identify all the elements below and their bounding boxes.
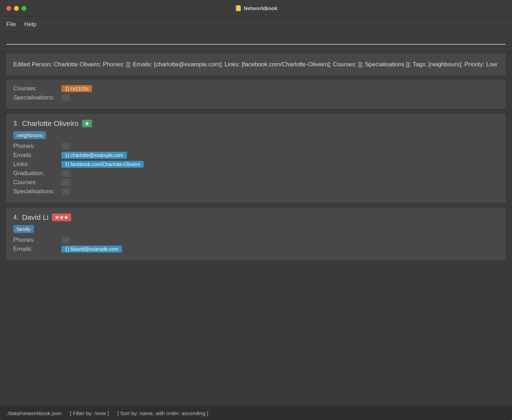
status-bar: ./data/networkbook.json [ Filter by: non…	[0, 406, 512, 420]
email-badge-3-1[interactable]: 1) charlotte@example.com	[61, 152, 127, 159]
person-card-3: 3. Charlotte Oliveiro ★ neighbours Phone…	[6, 114, 506, 203]
courses-row: Courses: 1) cs1101s	[13, 85, 499, 92]
specialisations-value-3: -	[61, 188, 70, 195]
partial-top-card: Courses: 1) cs1101s Specialisations: -	[6, 80, 506, 109]
person-header-3: 3. Charlotte Oliveiro ★	[13, 119, 499, 128]
courses-badge[interactable]: 1) cs1101s	[61, 85, 92, 92]
person-number-3: 3.	[13, 120, 18, 127]
tag-row-4: family	[13, 225, 499, 233]
phones-row-3: Phones: -	[13, 143, 499, 150]
specialisations-row-3: Specialisations: -	[13, 188, 499, 195]
status-file: ./data/networkbook.json	[6, 410, 61, 416]
emails-row-3: Emails: 1) charlotte@example.com	[13, 152, 499, 159]
person-header-4: 4. David Li ★★★	[13, 213, 499, 222]
priority-badge-4: ★★★	[52, 213, 71, 221]
phones-value-4: -	[61, 237, 70, 243]
status-filter: [ Filter by: none ]	[70, 410, 109, 416]
courses-value-3: -	[61, 179, 70, 186]
search-bar	[0, 32, 512, 49]
person-name-4: David Li	[22, 213, 48, 222]
app-icon: 📒	[235, 5, 242, 12]
tag-neighbours[interactable]: neighbours	[13, 131, 46, 139]
minimize-button[interactable]	[14, 6, 19, 11]
phones-value-3: -	[61, 143, 70, 150]
graduation-value-3: -	[61, 170, 70, 177]
title-bar: 📒 NetworkBook	[0, 0, 512, 17]
menu-bar: File Help	[0, 17, 512, 32]
result-box: Edited Person: Charlotte Oliveiro; Phone…	[6, 53, 506, 75]
emails-row-4: Emails: 1) lidavid@example.com	[13, 246, 499, 253]
maximize-button[interactable]	[22, 6, 27, 11]
links-row-3: Links: 1) facebook.com/Charlotte-Oliveir…	[13, 161, 499, 168]
person-name-3: Charlotte Oliveiro	[22, 119, 78, 128]
graduation-row-3: Graduation: -	[13, 170, 499, 177]
tag-row-3: neighbours	[13, 131, 499, 139]
courses-row-3: Courses: -	[13, 179, 499, 186]
phones-row-4: Phones: -	[13, 237, 499, 243]
close-button[interactable]	[6, 6, 11, 11]
window-controls	[6, 6, 27, 11]
specialisations-value: -	[61, 94, 70, 101]
specialisations-row: Specialisations: -	[13, 94, 499, 101]
search-input[interactable]	[6, 36, 506, 43]
menu-file[interactable]: File	[6, 21, 16, 28]
link-badge-3-1[interactable]: 1) facebook.com/Charlotte-Oliveiro	[61, 161, 144, 168]
search-input-wrapper	[6, 36, 506, 45]
person-card-4: 4. David Li ★★★ family Phones: - Emails:…	[6, 208, 506, 260]
menu-help[interactable]: Help	[24, 21, 36, 28]
priority-badge-3: ★	[82, 120, 92, 127]
status-sort: [ Sort by: name, with order: ascending ]	[117, 410, 208, 416]
content-area: Courses: 1) cs1101s Specialisations: - 3…	[0, 80, 512, 406]
app-title: 📒 NetworkBook	[235, 5, 278, 12]
tag-family[interactable]: family	[13, 225, 34, 233]
person-number-4: 4.	[13, 214, 18, 221]
email-badge-4-1[interactable]: 1) lidavid@example.com	[61, 246, 122, 253]
